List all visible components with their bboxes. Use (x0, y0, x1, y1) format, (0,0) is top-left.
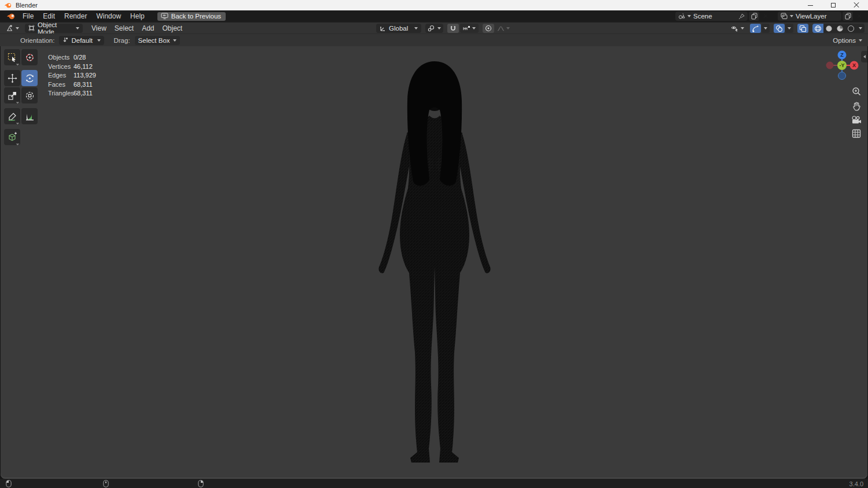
visibility-eye-icon (730, 25, 739, 32)
annotate-tool-button[interactable] (4, 108, 20, 124)
orientation-label: Orientation: (20, 37, 54, 44)
axis-front-y-ball[interactable]: -Y (837, 61, 847, 70)
orientation-axes-icon (380, 25, 386, 32)
shading-dropdown[interactable] (856, 24, 865, 33)
pin-icon[interactable] (738, 13, 745, 20)
menu-file[interactable]: File (18, 11, 38, 21)
menu-window[interactable]: Window (91, 11, 126, 21)
shading-material-button[interactable] (834, 24, 845, 33)
sidebar-toggle-tab[interactable] (861, 51, 867, 62)
viewport-3d[interactable]: Objects0/28 Vertices46,112 Edges113,929 … (1, 46, 867, 479)
menu-object[interactable]: Object (159, 23, 187, 34)
viewport-nav-controls (851, 87, 862, 138)
visibility-group (729, 24, 746, 33)
menu-edit[interactable]: Edit (38, 11, 60, 21)
pivot-chevron (437, 27, 441, 29)
axis-z-ball[interactable]: Z (838, 51, 847, 60)
back-to-previous-button[interactable]: Back to Previous (157, 12, 226, 21)
close-button[interactable] (845, 0, 868, 10)
tool-shelf (4, 49, 38, 145)
viewport-header: Object Mode View Select Add Object Globa… (0, 22, 868, 34)
measure-tool-button[interactable] (21, 108, 38, 124)
options-label: Options (833, 37, 856, 44)
falloff-curve-icon (497, 25, 505, 32)
axis-x-ball[interactable]: X (850, 61, 859, 70)
toggle-ortho-grid-button[interactable] (852, 129, 861, 138)
add-cube-tool-button[interactable] (4, 129, 20, 145)
zoom-button[interactable] (852, 87, 862, 97)
viewlayer-selector[interactable]: ViewLayer (778, 12, 841, 21)
xray-icon (799, 25, 807, 32)
camera-view-button[interactable] (851, 116, 862, 124)
axis-negative-x-ball[interactable] (826, 62, 834, 69)
transform-snap-tools: Global (376, 24, 512, 33)
orientation-default-chevron (97, 39, 101, 42)
overlays-dropdown[interactable] (785, 24, 793, 33)
show-object-types-button[interactable] (729, 24, 746, 33)
move-tool-button[interactable] (4, 70, 20, 86)
right-mouse-icon (198, 480, 204, 487)
editor-type-button[interactable] (3, 24, 21, 33)
editor-3d-viewport-icon (6, 24, 14, 32)
options-dropdown[interactable]: Options (833, 34, 862, 46)
orientation-global-label: Global (389, 25, 408, 32)
titlebar: Blender (0, 0, 868, 10)
show-gizmo-toggle[interactable] (750, 24, 761, 33)
new-viewlayer-button[interactable] (843, 12, 853, 21)
shading-wireframe-button[interactable] (812, 24, 823, 33)
new-scene-button[interactable] (749, 12, 759, 21)
show-overlays-toggle[interactable] (774, 24, 785, 33)
shading-solid-button[interactable] (823, 24, 834, 33)
proportional-editing-toggle[interactable] (483, 24, 494, 33)
falloff-chevron (506, 27, 510, 29)
drag-mode-chevron (173, 39, 176, 42)
orientation-chevron (414, 27, 418, 29)
measure-icon (25, 112, 35, 121)
rendered-shading-icon (847, 25, 855, 32)
blender-window: { "titlebar": { "app_title": "Blender" }… (0, 0, 868, 488)
navigation-gizmo[interactable]: -Y Z X (823, 50, 860, 83)
orientation-default-dropdown[interactable]: Default (59, 36, 104, 45)
pivot-point-dropdown[interactable] (425, 24, 443, 33)
character-model-wireframe[interactable] (374, 60, 495, 465)
mode-dropdown[interactable]: Object Mode (25, 24, 83, 33)
scene-dropdown-chevron (687, 15, 691, 17)
scale-tool-button[interactable] (4, 87, 20, 103)
material-shading-icon (836, 25, 844, 32)
menu-select[interactable]: Select (111, 23, 138, 34)
transform-orientation-dropdown[interactable]: Global (376, 24, 421, 33)
maximize-button[interactable] (822, 0, 845, 10)
blender-menu-icon[interactable] (6, 12, 16, 21)
shading-rendered-button[interactable] (845, 24, 856, 33)
minimize-button[interactable] (799, 0, 822, 10)
gizmo-icon (752, 25, 759, 32)
rotate-tool-button[interactable] (21, 70, 38, 86)
menu-render[interactable]: Render (60, 11, 91, 21)
back-screen-icon (161, 13, 168, 19)
axis-negative-z-ball[interactable] (838, 72, 846, 80)
svg-text:X: X (852, 62, 856, 68)
remove-x-icon (858, 14, 862, 19)
scene-selector[interactable]: Scene (675, 12, 748, 21)
snap-with-dropdown[interactable] (460, 24, 479, 33)
snap-increment-icon (463, 25, 470, 32)
xray-toggle[interactable] (797, 24, 808, 33)
select-box-tool-button[interactable] (4, 49, 20, 65)
svg-text:Z: Z (840, 52, 844, 58)
menu-add[interactable]: Add (138, 23, 158, 34)
transform-tool-button[interactable] (21, 87, 38, 103)
status-bar: 3.4.0 (0, 479, 868, 488)
snap-toggle-button[interactable] (447, 24, 459, 33)
cursor-tool-button[interactable] (21, 49, 38, 65)
drag-mode-dropdown[interactable]: Select Box (135, 36, 180, 45)
gizmo-dropdown[interactable] (762, 24, 770, 33)
menu-help[interactable]: Help (126, 11, 149, 21)
solid-shading-icon (825, 25, 833, 32)
viewlayer-name: ViewLayer (796, 13, 838, 20)
overlays-group (774, 24, 793, 33)
pan-hand-button[interactable] (852, 101, 862, 111)
menu-view[interactable]: View (87, 23, 111, 34)
proportional-circle-icon (485, 25, 492, 32)
proportional-falloff-dropdown[interactable] (495, 24, 512, 33)
viewport-display-tools (729, 24, 865, 33)
